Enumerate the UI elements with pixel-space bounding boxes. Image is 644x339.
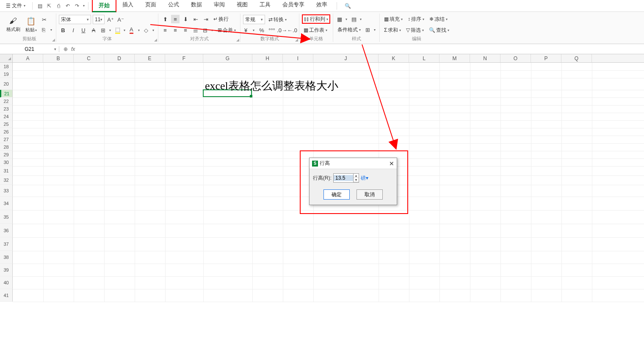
cancel-button[interactable]: 取消 bbox=[357, 189, 383, 200]
row-header-33[interactable]: 33 bbox=[0, 185, 13, 197]
row-header-29[interactable]: 29 bbox=[0, 151, 13, 158]
align-top-button[interactable]: ⬆ bbox=[161, 15, 169, 23]
col-header-E[interactable]: E bbox=[135, 54, 165, 62]
unit-dropdown[interactable]: 磅▾ bbox=[361, 175, 368, 182]
name-box-input[interactable] bbox=[8, 46, 51, 52]
italic-button[interactable]: I bbox=[69, 26, 77, 34]
spin-down-icon[interactable]: ▼ bbox=[354, 178, 359, 182]
justify-button[interactable]: ☰ bbox=[191, 26, 200, 34]
borders-button[interactable]: ⊞▾ bbox=[100, 26, 112, 34]
row-header-22[interactable]: 22 bbox=[0, 97, 13, 105]
freeze-button[interactable]: ❄ 冻结▾ bbox=[428, 14, 449, 24]
paste-button[interactable]: 📋粘贴▾ bbox=[23, 17, 39, 33]
col-header-B[interactable]: B bbox=[43, 54, 74, 62]
increase-font-button[interactable]: A⁺ bbox=[106, 15, 115, 24]
font-color-button[interactable]: A▾ bbox=[128, 26, 141, 34]
col-header-D[interactable]: D bbox=[104, 54, 135, 62]
dialog-launcher[interactable]: ◢ bbox=[295, 38, 298, 42]
col-header-O[interactable]: O bbox=[500, 54, 531, 62]
fill-color-button[interactable]: ⬚▾ bbox=[114, 26, 127, 34]
fill-button[interactable]: ▦ 填充▾ bbox=[382, 14, 404, 24]
col-header-M[interactable]: M bbox=[439, 54, 470, 62]
col-header-F[interactable]: F bbox=[165, 54, 203, 62]
worksheet-button[interactable]: ▦工作表▾ bbox=[302, 25, 330, 35]
increase-indent-button[interactable]: ⇥ bbox=[202, 15, 210, 23]
align-bottom-button[interactable]: ⬇ bbox=[181, 15, 190, 23]
row-header-23[interactable]: 23 bbox=[0, 105, 13, 113]
dialog-launcher[interactable]: ◢ bbox=[52, 38, 55, 42]
dialog-launcher[interactable]: ◢ bbox=[154, 38, 157, 42]
find-button[interactable]: 🔍 查找▾ bbox=[427, 25, 451, 35]
name-box[interactable]: ▾ bbox=[0, 46, 59, 52]
clear-format-button[interactable]: ◇▾ bbox=[143, 26, 155, 34]
col-header-C[interactable]: C bbox=[74, 54, 104, 62]
wrap-text-button[interactable]: ↵换行 bbox=[212, 14, 230, 24]
col-header-J[interactable]: J bbox=[313, 54, 379, 62]
font-size-combo[interactable]: 11▾ bbox=[93, 15, 105, 24]
font-name-combo[interactable]: 宋体▾ bbox=[59, 15, 91, 24]
select-all-corner[interactable]: ◢ bbox=[0, 54, 13, 62]
merge-cells-button[interactable]: ⊟▾ bbox=[202, 26, 214, 34]
chevron-down-icon[interactable]: ▾ bbox=[83, 4, 85, 8]
filter-button[interactable]: ▽ 筛选▾ bbox=[404, 25, 426, 35]
row-header-30[interactable]: 30 bbox=[0, 158, 13, 166]
search-icon[interactable]: 🔍 bbox=[344, 2, 351, 10]
comma-button[interactable]: °°° bbox=[268, 26, 276, 34]
cut-button[interactable]: ✂ bbox=[41, 15, 53, 24]
align-center-button[interactable]: ≡ bbox=[171, 26, 180, 34]
row-header-21[interactable]: 21 bbox=[0, 90, 13, 97]
row-header-31[interactable]: 31 bbox=[0, 166, 13, 175]
tab-视图[interactable]: 视图 bbox=[231, 0, 254, 12]
dialog-titlebar[interactable]: S 行高 ✕ bbox=[310, 158, 397, 169]
decrease-indent-button[interactable]: ⇤ bbox=[191, 15, 200, 23]
redo-icon[interactable]: ↷ bbox=[73, 2, 81, 10]
copy-button[interactable]: ⎘▾ bbox=[41, 25, 53, 34]
merge-center-button[interactable]: ⊞合并▾ bbox=[216, 25, 238, 35]
underline-button[interactable]: U bbox=[79, 26, 88, 34]
row-header-39[interactable]: 39 bbox=[0, 264, 13, 276]
align-left-button[interactable]: ≡ bbox=[161, 26, 169, 34]
row-header-20[interactable]: 20 bbox=[0, 78, 13, 90]
row-header-35[interactable]: 35 bbox=[0, 210, 13, 224]
col-header-A[interactable]: A bbox=[13, 54, 43, 62]
increase-decimal-button[interactable]: .0→ bbox=[278, 26, 286, 34]
undo-icon[interactable]: ↶ bbox=[64, 2, 72, 10]
cell-style-button[interactable]: ▦▾ bbox=[336, 15, 348, 23]
percent-button[interactable]: % bbox=[257, 26, 266, 34]
formula-input[interactable] bbox=[78, 46, 640, 52]
decrease-font-button[interactable]: A⁻ bbox=[116, 15, 125, 24]
format-brush-button[interactable]: 🖌格式刷 bbox=[5, 17, 21, 33]
tab-公式[interactable]: 公式 bbox=[162, 0, 185, 12]
decrease-decimal-button[interactable]: ←.0 bbox=[288, 26, 296, 34]
row-header-34[interactable]: 34 bbox=[0, 197, 13, 210]
row-height-spinner[interactable]: ▲ ▼ bbox=[333, 173, 359, 183]
row-header-28[interactable]: 28 bbox=[0, 143, 13, 151]
col-header-N[interactable]: N bbox=[470, 54, 500, 62]
row-header-19[interactable]: 19 bbox=[0, 70, 13, 78]
sum-button[interactable]: Σ 求和▾ bbox=[382, 25, 403, 35]
row-header-37[interactable]: 37 bbox=[0, 237, 13, 251]
tab-会员专享[interactable]: 会员专享 bbox=[276, 0, 310, 12]
print-icon[interactable]: ⎙ bbox=[55, 2, 62, 10]
col-header-P[interactable]: P bbox=[531, 54, 561, 62]
row-header-18[interactable]: 18 bbox=[0, 63, 13, 70]
number-format-combo[interactable]: 常规▾ bbox=[243, 15, 265, 24]
col-header-Q[interactable]: Q bbox=[561, 54, 592, 62]
file-menu[interactable]: ☰ 文件 ▾ bbox=[3, 0, 29, 11]
convert-button[interactable]: ⇄转换▾ bbox=[267, 15, 288, 24]
currency-button[interactable]: ¥▾ bbox=[243, 26, 256, 34]
cond-format-button[interactable]: 条件格式▾ bbox=[336, 25, 362, 34]
bold-button[interactable]: B bbox=[59, 26, 67, 34]
ok-button[interactable]: 确定 bbox=[323, 189, 350, 200]
col-header-H[interactable]: H bbox=[252, 54, 283, 62]
table-style-button[interactable]: ▤▾ bbox=[350, 15, 363, 23]
row-header-26[interactable]: 26 bbox=[0, 128, 13, 136]
tab-审阅[interactable]: 审阅 bbox=[208, 0, 231, 12]
dialog-launcher[interactable]: ◢ bbox=[236, 38, 239, 42]
tab-工具[interactable]: 工具 bbox=[254, 0, 276, 12]
col-header-L[interactable]: L bbox=[409, 54, 439, 62]
align-middle-button[interactable]: ≡ bbox=[171, 15, 180, 23]
tab-页面[interactable]: 页面 bbox=[139, 0, 162, 12]
row-height-input[interactable] bbox=[334, 175, 353, 181]
row-header-36[interactable]: 36 bbox=[0, 224, 13, 237]
